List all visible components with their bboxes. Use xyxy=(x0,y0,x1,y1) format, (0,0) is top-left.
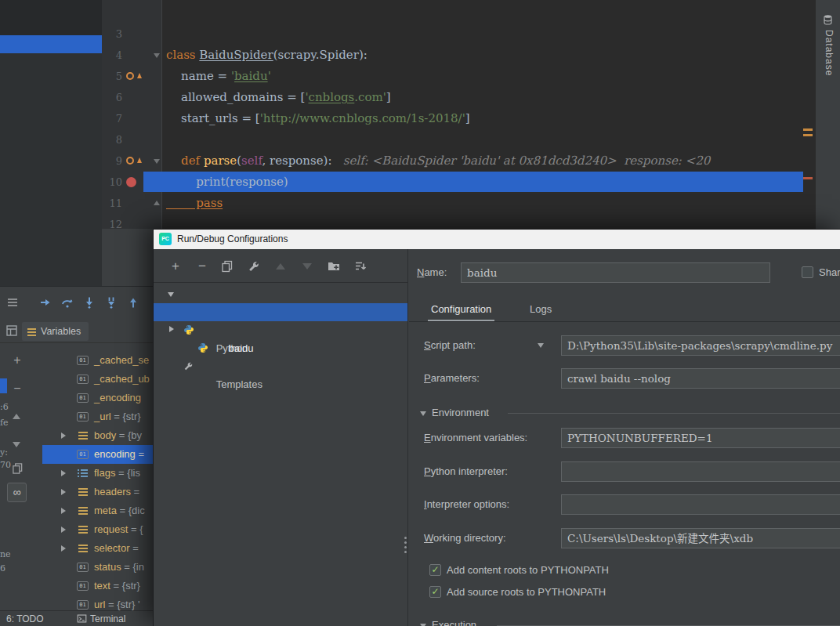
tool-button-todo[interactable]: 6: TODO xyxy=(6,612,44,626)
code-editor[interactable]: 3 4 5 class BaiduSpider(scrapy.Spider): … xyxy=(102,0,815,229)
splitter-grip[interactable] xyxy=(404,537,407,539)
tree-node-templates[interactable]: Templates xyxy=(154,321,407,339)
code-keyword: pass xyxy=(166,196,223,210)
tab-database[interactable]: Database xyxy=(824,30,835,76)
tree-node-baidu-selected[interactable]: baidu xyxy=(154,303,407,321)
editor-line: 12 pass xyxy=(102,193,815,214)
show-execution-point-icon[interactable] xyxy=(39,296,53,310)
duplicate-icon[interactable] xyxy=(9,461,25,476)
project-selected-row[interactable] xyxy=(0,35,102,53)
variable-row[interactable]: 01_cached_ub xyxy=(42,370,153,389)
tool-button-terminal[interactable]: Terminal xyxy=(90,612,125,626)
error-stripe-mark[interactable] xyxy=(803,134,813,136)
step-into-icon[interactable] xyxy=(83,296,97,310)
debugger-menu-icon[interactable] xyxy=(6,296,20,310)
variable-row[interactable]: meta = {dic xyxy=(42,501,153,520)
variable-row[interactable]: selector = xyxy=(42,539,153,558)
interpreter-options-input[interactable] xyxy=(561,494,840,515)
share-checkbox[interactable] xyxy=(802,266,813,278)
code-text: (scrapy.Spider): xyxy=(273,48,368,62)
collapse-arrow-icon[interactable] xyxy=(168,292,174,297)
expand-arrow-icon[interactable] xyxy=(61,545,66,552)
variable-row[interactable]: request = { xyxy=(42,520,153,539)
working-directory-input[interactable]: C:\Users\ls\Desktop\新建文件夹\xdb xyxy=(561,528,840,548)
name-input[interactable]: baidu xyxy=(461,262,770,283)
create-folder-button[interactable] xyxy=(328,260,343,276)
fold-marker-icon[interactable] xyxy=(154,53,160,58)
expand-arrow-icon[interactable] xyxy=(61,470,66,476)
variable-row[interactable]: 01_cached_se xyxy=(42,351,153,370)
code-text: , response): xyxy=(262,154,331,168)
editor-line: 8 start_urls = ['http://www.cnblogs.com/… xyxy=(102,108,815,129)
error-stripe-mark[interactable] xyxy=(803,177,813,179)
force-step-into-icon[interactable] xyxy=(105,296,119,310)
move-down-icon[interactable] xyxy=(13,442,20,447)
gutter-breakpoint-icon[interactable] xyxy=(126,157,134,165)
primitive-value-icon: 01 xyxy=(77,563,89,572)
python-interpreter-select[interactable]: Python 3.5 xyxy=(561,461,840,482)
working-directory-label: Working directory: xyxy=(424,528,506,548)
environment-section-label: Environment xyxy=(432,407,489,418)
expand-arrow-icon[interactable] xyxy=(61,508,66,514)
primitive-value-icon: 01 xyxy=(77,450,89,459)
move-up-icon[interactable] xyxy=(13,414,20,419)
edit-defaults-wrench-button[interactable] xyxy=(248,260,263,276)
code-class-name: BaiduSpider xyxy=(199,48,273,62)
editor-line: 10 def parse(self, response): self: <Bai… xyxy=(102,150,815,172)
variable-name: _cached_se xyxy=(94,354,149,366)
edge-text-fragment: ne xyxy=(0,549,11,559)
add-content-roots-checkbox[interactable]: ✓ xyxy=(429,564,441,576)
variable-row[interactable]: 01_encoding xyxy=(42,389,153,407)
move-down-button[interactable] xyxy=(302,263,312,270)
add-watch-icon[interactable]: + xyxy=(9,353,25,368)
project-pane xyxy=(0,0,102,286)
move-up-button[interactable] xyxy=(276,263,285,270)
environment-section-header[interactable]: Environment xyxy=(420,406,489,420)
variable-row[interactable]: 01status = {in xyxy=(42,558,153,577)
variable-value: = {dic xyxy=(117,505,145,516)
code-keyword: class xyxy=(166,48,199,62)
mute-breakpoints-toggle[interactable]: ∞ xyxy=(7,483,27,502)
object-value-icon xyxy=(78,526,88,527)
variable-value: = {str} xyxy=(110,580,140,592)
variable-row[interactable]: headers = xyxy=(42,483,153,501)
tab-configuration[interactable]: Configuration xyxy=(428,298,494,321)
error-stripe-mark[interactable] xyxy=(803,128,813,131)
tree-node-python[interactable]: Python xyxy=(154,285,407,303)
step-over-icon[interactable] xyxy=(61,296,75,310)
variable-row[interactable]: 01text = {str} xyxy=(42,577,153,595)
expand-arrow-icon[interactable] xyxy=(61,432,66,439)
add-configuration-button[interactable]: + xyxy=(168,259,183,274)
step-out-icon[interactable] xyxy=(127,296,141,310)
expand-arrow-icon[interactable] xyxy=(61,489,66,495)
breakpoint-icon[interactable] xyxy=(126,177,136,187)
expand-arrow-icon[interactable] xyxy=(169,326,174,332)
expand-arrow-icon[interactable] xyxy=(61,526,66,533)
chevron-down-icon[interactable] xyxy=(538,343,544,348)
copy-configuration-button[interactable] xyxy=(221,260,237,276)
tab-variables[interactable]: Variables xyxy=(22,322,89,341)
gutter-breakpoint-icon[interactable] xyxy=(126,72,134,80)
remove-configuration-button[interactable]: − xyxy=(194,259,210,274)
parameters-input[interactable]: crawl baidu --nolog xyxy=(561,368,840,389)
variable-row-selected[interactable]: 01encoding = xyxy=(42,445,153,464)
variable-row[interactable]: 01_url = {str} xyxy=(42,407,153,426)
execution-section-header[interactable]: Execution xyxy=(420,618,476,626)
tab-logs[interactable]: Logs xyxy=(527,298,555,321)
editor-line: 5 class BaiduSpider(scrapy.Spider): xyxy=(102,45,815,66)
variable-row[interactable]: body = {by xyxy=(42,426,153,445)
restore-layout-icon[interactable] xyxy=(5,324,18,337)
script-path-input[interactable]: D:\Python35\Lib\site-packages\scrapy\cmd… xyxy=(561,335,840,356)
terminal-icon xyxy=(77,613,87,624)
variable-name: flags xyxy=(94,467,115,479)
remove-watch-icon[interactable]: − xyxy=(9,381,25,396)
variable-row[interactable]: 01url = {str} ' xyxy=(42,595,153,610)
script-path-value: D:\Python35\Lib\site-packages\scrapy\cmd… xyxy=(567,339,832,352)
add-source-roots-checkbox[interactable]: ✓ xyxy=(429,586,441,598)
variable-row[interactable]: flags = {lis xyxy=(42,464,153,483)
environment-variables-input[interactable]: PYTHONUNBUFFERED=1 xyxy=(561,428,840,448)
fold-marker-icon[interactable] xyxy=(154,159,160,164)
fold-end-marker-icon[interactable] xyxy=(154,201,160,205)
code-string: baidu xyxy=(234,69,268,83)
sort-configurations-button[interactable] xyxy=(354,260,370,276)
